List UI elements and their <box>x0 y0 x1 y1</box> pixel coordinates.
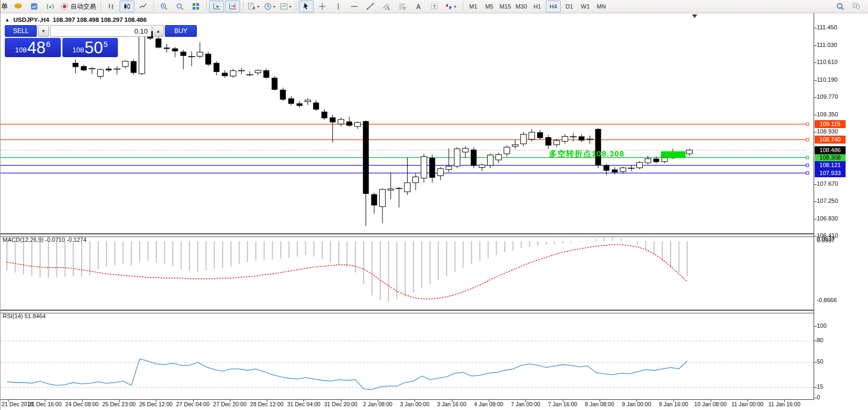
time-axis-label: 26 Dec 12:00 <box>138 401 174 407</box>
macd-chart[interactable] <box>1 236 814 309</box>
macd-axis-label: 0.0537 <box>817 237 835 243</box>
price-axis-label: 111.450 <box>817 24 837 30</box>
price-chart[interactable] <box>1 13 814 233</box>
signal-icon[interactable] <box>43 1 58 12</box>
timeframe-m30-button[interactable]: M30 <box>514 1 529 12</box>
time-axis-label: 31 Dec 20:00 <box>323 401 359 407</box>
price-axis-line[interactable] <box>814 13 814 399</box>
svg-text:F: F <box>404 7 406 11</box>
cursor-icon[interactable] <box>299 1 314 12</box>
shapes-icon[interactable]: ▾ <box>443 1 458 12</box>
toolbar-grip <box>205 2 208 11</box>
time-axis-label: 27 Dec 20:00 <box>212 401 248 407</box>
toolbar-buttons: 自动交易▾▾▾EFAT▾ <box>10 1 458 12</box>
time-axis-label: 7 Jan 16:00 <box>545 401 581 407</box>
rsi-axis-label: 100 <box>817 322 826 329</box>
chart-window-icon[interactable] <box>27 1 42 12</box>
zoom-in-icon[interactable] <box>156 1 171 12</box>
price-line-badge: 109.115 <box>815 120 846 128</box>
line-chart-icon[interactable] <box>136 1 150 12</box>
timeframe-w1-button[interactable]: W1 <box>578 1 593 12</box>
volume-increase-button[interactable]: ▲ <box>153 25 164 37</box>
price-axis-label: 110.190 <box>817 76 838 83</box>
candlestick-chart-icon[interactable] <box>120 1 134 12</box>
timeframe-d1-button[interactable]: D1 <box>562 1 577 12</box>
price-axis-label: 109.350 <box>817 111 838 117</box>
time-axis-label: 9 Jan 16:00 <box>655 401 691 407</box>
one-click-trading-panel: SELL ▼ ▲ BUY 108 48 6 108 50 5 <box>5 25 118 57</box>
timeframe-m5-button[interactable]: M5 <box>482 1 497 12</box>
toolbar-grip <box>99 2 102 11</box>
templates-icon[interactable]: ▾ <box>278 1 293 12</box>
time-axis-label: 21 Dec 16:00 <box>27 401 63 407</box>
autoscroll-icon[interactable] <box>209 1 224 12</box>
new-order-button[interactable]: 单 <box>1 2 8 11</box>
svg-text:T: T <box>433 4 436 10</box>
trendline-icon[interactable] <box>363 1 378 12</box>
macd-label: MACD(12,26,9) -0.0710 -0.1274 <box>3 236 86 243</box>
crosshair-icon[interactable] <box>315 1 330 12</box>
chat-icon[interactable] <box>849 1 864 12</box>
buy-button[interactable]: BUY <box>165 25 197 37</box>
toolbar: 单 自动交易▾▾▾EFAT▾ M1M5M15M30H1H4D1W1MN <box>1 0 868 13</box>
symbol-period-label: USDJPY-,H4 <box>13 17 49 23</box>
timeframe-h4-button[interactable]: H4 <box>546 1 561 12</box>
toolbar-right <box>832 1 868 12</box>
rsi-label: RSI(14) 51.8464 <box>3 313 46 319</box>
toolbar-grip <box>152 2 155 11</box>
sell-button[interactable]: SELL <box>5 25 37 37</box>
price-line-badge: 108.308 <box>815 154 846 162</box>
rsi-axis-label: 15 <box>817 383 823 390</box>
periods-icon[interactable]: ▾ <box>262 1 277 12</box>
chart-shift-marker <box>692 14 697 18</box>
terminal-window: 单 自动交易▾▾▾EFAT▾ M1M5M15M30H1H4D1W1MN ▲ US… <box>0 0 868 410</box>
price-line-badge: 108.740 <box>815 136 846 144</box>
search-icon[interactable] <box>833 1 848 12</box>
time-axis-label: 2 Jan 08:00 <box>360 401 396 407</box>
bar-chart-icon[interactable] <box>103 1 118 12</box>
equidistant-channel-icon[interactable]: E <box>379 1 394 12</box>
volume-input[interactable] <box>50 25 152 37</box>
volume-decrease-button[interactable]: ▼ <box>38 25 49 37</box>
time-axis-line[interactable] <box>1 399 814 400</box>
ohlc-readout: 108.397 108.498 108.297 108.486 <box>53 17 147 23</box>
tile-windows-icon[interactable] <box>188 1 203 12</box>
vertical-line-icon[interactable] <box>331 1 346 12</box>
panel-splitter[interactable] <box>1 310 814 313</box>
time-axis-label: 9 Jan 00:00 <box>618 401 655 407</box>
sell-price-figure: 108 <box>15 46 27 54</box>
turning-point-annotation: 多空转折点108.308 <box>549 149 624 159</box>
timeframe-m1-button[interactable]: M1 <box>466 1 481 12</box>
macd-axis-label: -0.8666 <box>817 297 837 303</box>
timeframe-m15-button[interactable]: M15 <box>498 1 513 12</box>
toolbar-grip <box>461 2 464 11</box>
timeframe-h1-button[interactable]: H1 <box>530 1 545 12</box>
market-book-icon[interactable] <box>11 1 26 12</box>
timeframe-buttons: M1M5M15M30H1H4D1W1MN <box>460 1 609 12</box>
horizontal-line-icon[interactable] <box>347 1 362 12</box>
buy-price-button[interactable]: 108 50 5 <box>62 38 118 57</box>
collapse-arrow-icon[interactable]: ▲ <box>5 17 10 22</box>
time-axis-label: 7 Jan 00:00 <box>507 401 544 407</box>
fibonacci-icon[interactable]: F <box>395 1 410 12</box>
time-axis-label: 10 Jan 08:00 <box>692 401 729 407</box>
toolbar-grip <box>294 2 297 11</box>
svg-text:E: E <box>388 7 391 11</box>
rsi-axis-label: 0 <box>817 394 820 400</box>
text-label-icon[interactable]: T <box>427 1 442 12</box>
sell-price-point: 6 <box>46 40 50 49</box>
autotrade-button[interactable]: 自动交易 <box>59 1 98 12</box>
text-icon[interactable]: A <box>411 1 426 12</box>
panel-splitter[interactable] <box>1 233 814 237</box>
zoom-out-icon[interactable] <box>172 1 187 12</box>
price-line-badge: 107.933 <box>815 169 846 177</box>
chart-title: ▲ USDJPY-,H4 108.397 108.498 108.297 108… <box>5 17 147 23</box>
sell-price-button[interactable]: 108 48 6 <box>5 38 61 57</box>
time-axis-label: 3 Jan 00:00 <box>396 401 433 407</box>
chart-shift-icon[interactable] <box>225 1 240 12</box>
timeframe-mn-button[interactable]: MN <box>594 1 609 12</box>
price-axis-label: 111.030 <box>817 42 837 48</box>
rsi-chart[interactable] <box>1 312 814 399</box>
new-chart-icon[interactable]: ▾ <box>246 1 261 12</box>
price-axis-label: 109.770 <box>817 93 838 100</box>
